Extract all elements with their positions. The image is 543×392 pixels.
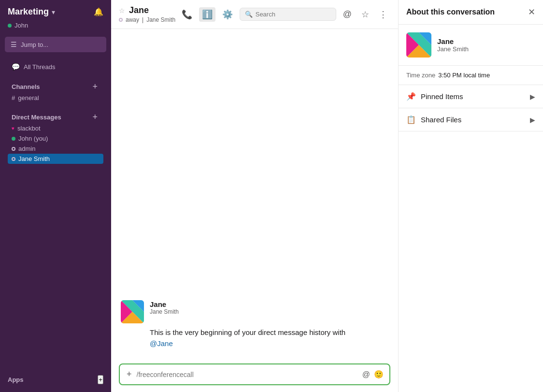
right-panel-profile: Jane Jane Smith bbox=[399, 25, 543, 66]
all-threads-icon: 💬 bbox=[12, 63, 20, 71]
pin-icon: 📌 bbox=[406, 92, 416, 101]
away-text: away bbox=[126, 16, 139, 23]
shared-files-icon: 📋 bbox=[406, 115, 416, 124]
timezone-value: 3:50 PM local time bbox=[438, 72, 490, 79]
jane-status-dot bbox=[12, 157, 15, 161]
jump-to-icon: ☰ bbox=[11, 41, 17, 48]
timezone-row: Time zone 3:50 PM local time bbox=[399, 66, 543, 85]
hash-icon: # bbox=[12, 94, 15, 102]
sidebar-dm-john[interactable]: John (you) bbox=[8, 133, 103, 144]
notifications-bell-icon[interactable]: 🔔 bbox=[94, 7, 103, 16]
message-text: This is the very beginning of your direc… bbox=[121, 327, 388, 349]
current-user-status: John bbox=[0, 22, 111, 35]
channels-section: Channels + # general bbox=[0, 74, 111, 105]
channel-name-general: general bbox=[18, 94, 39, 102]
sender-username: Jane Smith bbox=[150, 308, 179, 315]
sidebar-item-all-threads[interactable]: 💬 All Threads bbox=[8, 61, 103, 73]
right-panel-profile-info: Jane Jane Smith bbox=[437, 37, 469, 53]
sidebar-item-general[interactable]: # general bbox=[8, 93, 103, 103]
main-area: ☆ Jane away | Jane Smith 📞 ℹ️ ⚙️ 🔍 @ ☆ ⋮ bbox=[111, 0, 398, 392]
sidebar-header: Marketing ▾ 🔔 bbox=[0, 0, 111, 22]
message-sender-row: Jane Jane Smith bbox=[121, 300, 388, 323]
panel-title: About this conversation bbox=[406, 8, 495, 16]
topbar-title-area: ☆ Jane away | Jane Smith bbox=[119, 5, 179, 23]
profile-username: Jane Smith bbox=[437, 45, 469, 53]
sender-name: Jane bbox=[150, 300, 179, 308]
star-channel-button[interactable]: ☆ bbox=[358, 7, 372, 22]
sidebar-dm-jane[interactable]: Jane Smith bbox=[8, 154, 103, 164]
topbar: ☆ Jane away | Jane Smith 📞 ℹ️ ⚙️ 🔍 @ ☆ ⋮ bbox=[111, 0, 398, 29]
add-dm-button[interactable]: + bbox=[90, 113, 100, 121]
at-button[interactable]: @ bbox=[340, 7, 355, 21]
dm-name-jane: Jane Smith bbox=[18, 155, 50, 162]
user-status-dot bbox=[8, 24, 12, 28]
sidebar: Marketing ▾ 🔔 John ☰ Jump to... 💬 All Th… bbox=[0, 0, 111, 392]
emoji-button[interactable]: 🙂 bbox=[374, 370, 384, 379]
pinned-items-chevron: ▶ bbox=[530, 93, 535, 101]
channel-title: Jane bbox=[129, 5, 149, 15]
topbar-actions: 📞 ℹ️ ⚙️ 🔍 @ ☆ ⋮ bbox=[179, 7, 390, 22]
right-panel-header: About this conversation ✕ bbox=[399, 0, 543, 25]
channels-label: Channels bbox=[12, 83, 40, 90]
pinned-items-label: Pinned Items bbox=[421, 92, 463, 101]
shared-files-section[interactable]: 📋 Shared Files ▶ bbox=[399, 108, 543, 131]
dm-name-slackbot: slackbot bbox=[17, 125, 41, 132]
jump-to-button[interactable]: ☰ Jump to... bbox=[5, 37, 106, 52]
apps-label: Apps bbox=[8, 376, 24, 383]
info-button[interactable]: ℹ️ bbox=[199, 7, 215, 22]
jane-header-status-dot bbox=[119, 18, 123, 22]
shared-files-chevron: ▶ bbox=[530, 116, 535, 124]
call-button[interactable]: 📞 bbox=[179, 7, 195, 22]
close-panel-button[interactable]: ✕ bbox=[528, 7, 535, 17]
message-sender-info: Jane Jane Smith bbox=[150, 300, 179, 315]
add-app-button[interactable]: + bbox=[98, 375, 103, 384]
star-icon[interactable]: ☆ bbox=[119, 7, 125, 15]
all-threads-label: All Threads bbox=[24, 63, 56, 71]
apps-section-header[interactable]: Apps + bbox=[4, 372, 107, 387]
search-icon: 🔍 bbox=[245, 11, 253, 18]
dm-name-john: John (you) bbox=[18, 135, 48, 142]
profile-display-name: Jane bbox=[437, 37, 469, 45]
topbar-subtitle-row: away | Jane Smith bbox=[119, 16, 179, 23]
workspace-name-area[interactable]: Marketing ▾ bbox=[8, 7, 55, 17]
workspace-chevron-icon: ▾ bbox=[52, 8, 55, 16]
message-input-area: + @ 🙂 bbox=[111, 359, 398, 392]
admin-status-dot bbox=[12, 147, 15, 151]
search-input[interactable] bbox=[256, 11, 328, 18]
direct-messages-section: Direct Messages + ♥ slackbot John (you) … bbox=[0, 105, 111, 166]
john-status-dot bbox=[12, 137, 15, 141]
jane-avatar bbox=[121, 300, 144, 323]
message-input[interactable] bbox=[137, 371, 358, 378]
sidebar-dm-admin[interactable]: admin bbox=[8, 144, 103, 154]
settings-button[interactable]: ⚙️ bbox=[219, 7, 236, 22]
topbar-title-row: ☆ Jane bbox=[119, 5, 179, 15]
right-panel-avatar bbox=[406, 32, 431, 58]
chat-area: Jane Jane Smith This is the very beginni… bbox=[111, 29, 398, 359]
shared-files-label: Shared Files bbox=[421, 116, 461, 124]
jump-to-label: Jump to... bbox=[21, 41, 48, 48]
shared-files-left: 📋 Shared Files bbox=[406, 115, 461, 124]
slackbot-status-icon: ♥ bbox=[12, 126, 14, 131]
right-panel: About this conversation ✕ Jane Jane Smit… bbox=[398, 0, 543, 392]
more-options-button[interactable]: ⋮ bbox=[376, 7, 390, 22]
channels-section-header: Channels + bbox=[8, 77, 103, 93]
jane-username: Jane Smith bbox=[146, 16, 175, 23]
workspace-name: Marketing bbox=[8, 7, 49, 17]
message-body: This is the very beginning of your direc… bbox=[150, 328, 345, 336]
current-user-name: John bbox=[14, 22, 28, 29]
search-bar[interactable]: 🔍 bbox=[240, 8, 336, 21]
all-threads-section: 💬 All Threads bbox=[0, 58, 111, 74]
separator: | bbox=[142, 16, 143, 23]
dm-section-header: Direct Messages + bbox=[8, 108, 103, 123]
sidebar-dm-slackbot[interactable]: ♥ slackbot bbox=[8, 123, 103, 133]
dm-name-admin: admin bbox=[18, 145, 35, 152]
timezone-label: Time zone bbox=[406, 72, 435, 79]
pinned-items-section[interactable]: 📌 Pinned Items ▶ bbox=[399, 85, 543, 108]
dm-label: Direct Messages bbox=[12, 114, 61, 121]
add-channel-button[interactable]: + bbox=[90, 82, 100, 91]
mention-link[interactable]: @Jane bbox=[150, 339, 173, 348]
apps-section: Apps + bbox=[0, 367, 111, 392]
message-input-box: + @ 🙂 bbox=[119, 363, 390, 385]
attach-button[interactable]: + bbox=[126, 368, 133, 380]
input-at-button[interactable]: @ bbox=[362, 370, 370, 379]
